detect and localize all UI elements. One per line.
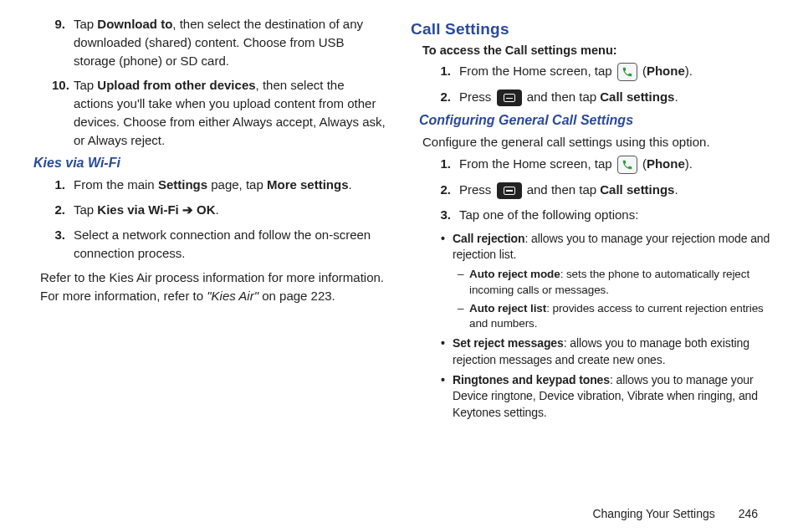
list-number: 2.: [437, 88, 459, 106]
arrow-icon: ➔: [179, 202, 197, 217]
list-body: From the main Settings page, tap More se…: [74, 176, 387, 194]
footer-section: Changing Your Settings: [592, 507, 714, 520]
list-number: 1.: [437, 155, 459, 174]
text: Tap one of the following options:: [459, 207, 638, 222]
dash-mark: –: [458, 267, 469, 299]
bold: Phone: [647, 64, 685, 78]
list-body: Tap Kies via Wi-Fi ➔ OK.: [74, 201, 387, 219]
text: Tap: [74, 202, 97, 217]
config-step-2: 2. Press and then tap Call settings.: [411, 181, 773, 199]
list-body: Select a network connection and follow t…: [74, 226, 387, 263]
text: Select a network connection and follow t…: [74, 228, 371, 260]
list-body: Tap Download to, then select the destina…: [74, 15, 387, 69]
bold: OK: [197, 202, 216, 217]
dash-body: Auto reject mode: sets the phone to auto…: [469, 267, 773, 299]
kies-step-1: 1. From the main Settings page, tap More…: [25, 176, 387, 194]
list-body: Press and then tap Call settings.: [459, 181, 773, 199]
text: .: [348, 177, 351, 192]
bold: Upload from other devices: [97, 78, 255, 92]
step-10: 10. Tap Upload from other devices, then …: [25, 76, 387, 149]
phone-icon: [617, 63, 637, 81]
bullet-set-reject: • Set reject messages: allows you to man…: [441, 335, 773, 368]
config-heading: Configuring General Call Settings: [419, 113, 773, 128]
bullet-body: Ringtones and keypad tones: allows you t…: [453, 372, 773, 422]
bold: Kies via Wi-Fi: [97, 202, 178, 217]
text: Press: [459, 182, 495, 197]
access-step-2: 2. Press and then tap Call settings.: [411, 88, 773, 106]
config-intro: Configure the general call settings usin…: [422, 133, 773, 151]
list-body: Tap one of the following options:: [459, 206, 773, 224]
cross-reference: "Kies Air": [207, 289, 258, 303]
list-body: From the Home screen, tap (Phone).: [459, 155, 773, 174]
bold: Call settings: [600, 182, 674, 197]
list-body: From the Home screen, tap (Phone).: [459, 62, 773, 81]
list-number: 9.: [52, 15, 74, 69]
menu-icon: [497, 90, 522, 106]
list-number: 1.: [437, 62, 459, 81]
bullet-body: Call rejection: allows you to manage you…: [453, 231, 773, 263]
dash-auto-reject-list: – Auto reject list: provides access to c…: [458, 301, 773, 333]
text: Tap: [74, 17, 97, 31]
page-number: 246: [739, 507, 758, 520]
list-number: 3.: [437, 206, 459, 224]
call-settings-heading: Call Settings: [411, 20, 773, 38]
bold: Ringtones and keypad tones: [453, 373, 610, 386]
text: and then tap: [527, 90, 601, 104]
list-number: 2.: [52, 201, 74, 219]
dash-auto-reject-mode: – Auto reject mode: sets the phone to au…: [458, 267, 773, 299]
text: From the Home screen, tap: [459, 156, 616, 171]
text: on page 223.: [258, 289, 335, 303]
page-content: 9. Tap Download to, then select the dest…: [0, 0, 798, 424]
phone-icon: [617, 156, 637, 174]
text: page, tap: [207, 177, 267, 192]
kies-step-2: 2. Tap Kies via Wi-Fi ➔ OK.: [25, 201, 387, 219]
bullet-dot: •: [441, 231, 453, 263]
text: .: [674, 182, 678, 197]
bullet-body: Set reject messages: allows you to manag…: [453, 335, 773, 368]
right-column: Call Settings To access the Call setting…: [411, 15, 773, 424]
bold: Set reject messages: [453, 336, 564, 350]
text: From the Home screen, tap: [459, 64, 616, 78]
text: ).: [685, 156, 693, 171]
list-body: Tap Upload from other devices, then sele…: [74, 76, 387, 149]
config-step-3: 3. Tap one of the following options:: [411, 206, 773, 224]
text: Tap: [74, 78, 97, 92]
text: .: [216, 202, 219, 217]
bold: Call settings: [600, 90, 674, 104]
bold: Auto reject list: [469, 302, 546, 315]
bullet-dot: •: [441, 335, 453, 368]
list-number: 3.: [52, 226, 74, 263]
dash-mark: –: [458, 301, 469, 333]
page-footer: Changing Your Settings 246: [592, 507, 758, 520]
bold: Settings: [158, 177, 207, 192]
kies-heading: Kies via Wi-Fi: [33, 156, 387, 171]
bullet-dot: •: [441, 372, 453, 422]
text: From the main: [74, 177, 158, 192]
left-column: 9. Tap Download to, then select the dest…: [25, 15, 387, 424]
menu-icon: [497, 182, 522, 199]
list-number: 2.: [437, 181, 459, 199]
config-step-1: 1. From the Home screen, tap (Phone).: [411, 155, 773, 174]
text: ).: [685, 64, 693, 78]
bullet-ringtones: • Ringtones and keypad tones: allows you…: [441, 372, 773, 422]
refer-paragraph: Refer to the Kies Air process informatio…: [40, 269, 387, 305]
list-body: Press and then tap Call settings.: [459, 88, 773, 106]
bullet-call-rejection: • Call rejection: allows you to manage y…: [441, 231, 773, 263]
step-9: 9. Tap Download to, then select the dest…: [25, 15, 387, 69]
bold: Download to: [97, 17, 172, 31]
list-number: 10.: [52, 76, 74, 149]
text: and then tap: [527, 182, 601, 197]
list-number: 1.: [52, 176, 74, 194]
bold: Call rejection: [453, 232, 525, 245]
bold: More settings: [267, 177, 349, 192]
bold: Auto reject mode: [469, 268, 560, 280]
access-intro: To access the Call settings menu:: [422, 43, 773, 57]
access-step-1: 1. From the Home screen, tap (Phone).: [411, 62, 773, 81]
kies-step-3: 3. Select a network connection and follo…: [25, 226, 387, 263]
text: .: [674, 90, 678, 104]
text: Press: [459, 90, 495, 104]
dash-body: Auto reject list: provides access to cur…: [469, 301, 773, 333]
bold: Phone: [647, 156, 685, 171]
